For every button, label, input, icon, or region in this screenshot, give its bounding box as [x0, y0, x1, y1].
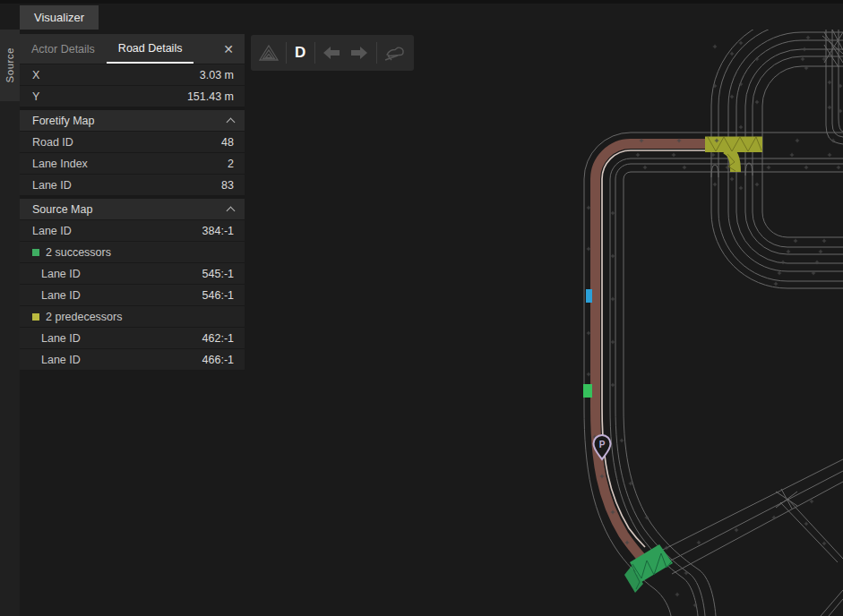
row-label: 2 predecessors	[46, 311, 122, 323]
detail-row: Lane Index2	[20, 153, 245, 174]
drive-mode-button[interactable]: D	[293, 41, 308, 64]
source-tab-label: Source	[4, 47, 15, 82]
marker-blue[interactable]	[586, 289, 592, 303]
section-header[interactable]: Source Map	[20, 199, 245, 219]
app-window: P Visualizer Source D	[0, 0, 843, 616]
section-header[interactable]: Foretify Map	[20, 110, 245, 131]
row-value: 545:-1	[202, 268, 234, 280]
row-value: 3.03 m	[200, 69, 234, 81]
detail-row: Lane ID466:-1	[20, 349, 245, 370]
row-label: Y	[32, 90, 39, 103]
detail-row: Lane ID546:-1	[20, 285, 245, 305]
row-value: 151.43 m	[187, 90, 234, 103]
row-label: Source Map	[32, 203, 92, 216]
row-label: Lane ID	[32, 179, 72, 192]
toolbar-separator	[286, 42, 287, 64]
close-icon[interactable]: ✕	[212, 34, 245, 64]
row-value: 546:-1	[202, 289, 234, 302]
details-panel: Actor Details Road Details ✕ X3.03 mY151…	[20, 34, 245, 371]
details-panel-header: Actor Details Road Details ✕	[20, 34, 245, 64]
row-value: 384:-1	[202, 225, 234, 237]
tab-actor-details-label: Actor Details	[31, 43, 95, 56]
left-strip: Source	[0, 30, 20, 616]
row-value: 48	[221, 136, 234, 149]
sidebar-tab-source[interactable]: Source	[0, 30, 20, 101]
detail-row: Lane ID545:-1	[20, 263, 245, 284]
row-label: Lane ID	[32, 225, 72, 237]
row-label: Lane ID	[41, 268, 81, 280]
car-icon[interactable]	[383, 41, 407, 64]
toolbar-separator	[314, 42, 315, 64]
row-label: Lane ID	[41, 354, 81, 366]
group-row: 2 predecessors	[20, 306, 245, 327]
tab-road-details-label: Road Details	[118, 42, 183, 55]
row-label: Foretify Map	[32, 115, 94, 127]
panel-rows: X3.03 mY151.43 mForetify MapRoad ID48Lan…	[20, 64, 245, 371]
row-label: 2 successors	[46, 246, 111, 259]
detail-row: Lane ID384:-1	[20, 220, 245, 241]
group-bullet-icon	[32, 249, 39, 256]
row-label: Lane ID	[41, 289, 81, 302]
row-value: 466:-1	[202, 354, 234, 366]
group-row: 2 successors	[20, 242, 245, 262]
row-label: X	[32, 69, 39, 81]
arrow-left-icon[interactable]	[321, 41, 342, 64]
detail-row: Road ID48	[20, 132, 245, 152]
row-label: Road ID	[32, 136, 73, 149]
drive-mode-label: D	[295, 44, 305, 62]
row-value: 83	[221, 179, 234, 192]
detail-row: Y151.43 m	[20, 86, 245, 107]
chevron-up-icon[interactable]	[227, 206, 236, 215]
row-value: 2	[228, 158, 234, 170]
detail-row: Lane ID83	[20, 175, 245, 195]
visualizer-tab[interactable]: Visualizer	[20, 5, 99, 30]
detail-row: X3.03 m	[20, 64, 245, 85]
detail-row: Lane ID462:-1	[20, 328, 245, 348]
toolbar-separator	[376, 42, 377, 64]
chevron-up-icon[interactable]	[227, 117, 236, 126]
tab-actor-details[interactable]: Actor Details	[20, 34, 107, 64]
arrow-right-icon[interactable]	[348, 41, 370, 64]
tab-road-details[interactable]: Road Details	[107, 34, 194, 64]
marker-green[interactable]	[583, 384, 592, 398]
pin-label: P	[599, 440, 606, 449]
row-value: 462:-1	[202, 332, 234, 345]
row-label: Lane Index	[32, 158, 88, 170]
top-bar: Visualizer	[0, 0, 843, 30]
hazard-triangle-icon[interactable]	[258, 41, 280, 64]
visualizer-tab-label: Visualizer	[34, 11, 84, 24]
row-label: Lane ID	[41, 332, 81, 345]
map-toolbar: D	[251, 35, 414, 71]
group-bullet-icon	[32, 313, 39, 321]
